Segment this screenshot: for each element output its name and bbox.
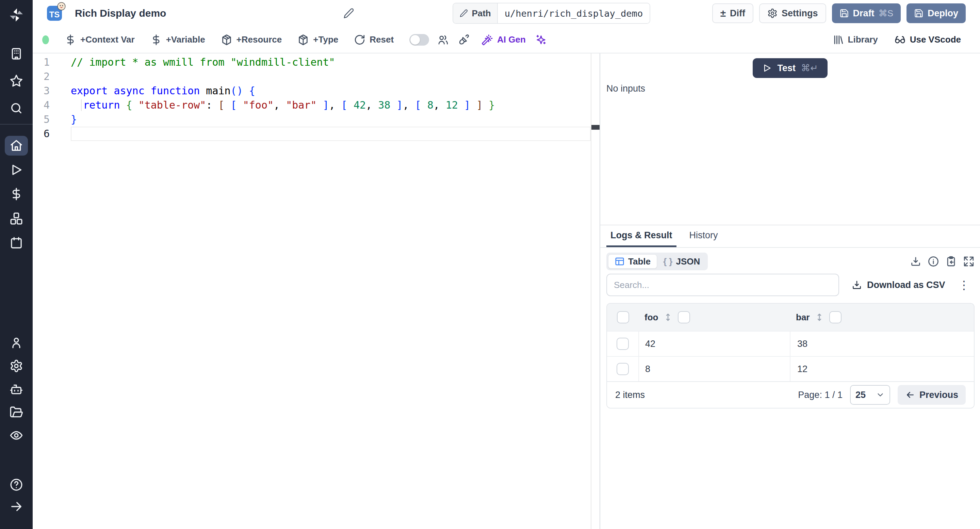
page-size-select[interactable]: 25 bbox=[850, 385, 890, 405]
test-shortcut: ⌘↵ bbox=[801, 63, 818, 73]
sidebar-item-workers-robot-icon[interactable] bbox=[6, 382, 27, 397]
reset-button[interactable]: Reset bbox=[354, 34, 394, 46]
paintbrush-icon[interactable] bbox=[458, 34, 470, 46]
sidebar-item-schedules-calendar-icon[interactable] bbox=[6, 235, 27, 250]
add-type-button[interactable]: +Type bbox=[298, 34, 338, 46]
code-line-row[interactable]: 4 return { "table-row": [ [ "foo", "bar"… bbox=[33, 98, 600, 112]
code-editor[interactable]: 1// import * as wmill from "windmill-cli… bbox=[33, 53, 600, 529]
select-all-checkbox[interactable] bbox=[617, 311, 629, 323]
logs-result-panel: Logs & Result History Table { } JSON bbox=[600, 225, 980, 529]
workspace-building-icon[interactable] bbox=[6, 46, 27, 61]
code-lines: 1// import * as wmill from "windmill-cli… bbox=[33, 53, 600, 141]
download-result-icon[interactable] bbox=[910, 256, 921, 267]
copy-to-clipboard-icon[interactable] bbox=[945, 256, 957, 267]
add-variable-button[interactable]: +Variable bbox=[150, 34, 205, 46]
sort-icon[interactable] bbox=[814, 312, 824, 322]
table-body: 4238812 bbox=[607, 331, 974, 381]
code-line-row[interactable]: 3export async function main() { bbox=[33, 84, 600, 98]
users-round-icon[interactable] bbox=[437, 34, 449, 46]
table-row[interactable]: 812 bbox=[607, 356, 974, 381]
path-label: Path bbox=[472, 8, 491, 19]
indent-guide bbox=[81, 99, 82, 111]
code-line[interactable] bbox=[71, 69, 591, 84]
edit-summary-pencil-icon[interactable] bbox=[343, 8, 355, 19]
info-icon[interactable] bbox=[928, 256, 939, 267]
row-checkbox[interactable] bbox=[617, 338, 629, 350]
sort-icon[interactable] bbox=[663, 312, 673, 322]
package-icon bbox=[298, 34, 309, 46]
glasses-icon bbox=[894, 34, 906, 46]
editor-scrollbar[interactable] bbox=[591, 53, 600, 529]
column-select-checkbox[interactable] bbox=[678, 311, 690, 323]
tab-logs-result[interactable]: Logs & Result bbox=[606, 225, 676, 247]
download-as-csv-button[interactable]: Download as CSV bbox=[851, 279, 945, 290]
face-emoji-badge bbox=[57, 2, 66, 12]
code-line-row[interactable]: 6 bbox=[33, 127, 600, 141]
code-line-row[interactable]: 2 bbox=[33, 69, 600, 84]
ai-gen-button[interactable]: AI Gen bbox=[482, 34, 526, 46]
test-button[interactable]: Test ⌘↵ bbox=[753, 58, 827, 78]
path-widget[interactable]: Path u/henri/rich_display_demo bbox=[453, 3, 650, 24]
code-line-row[interactable]: 5} bbox=[33, 112, 600, 127]
add-resource-button[interactable]: +Resource bbox=[221, 34, 282, 46]
sidebar-item-variables-dollar-icon[interactable] bbox=[6, 186, 27, 202]
code-line[interactable] bbox=[71, 127, 591, 141]
previous-page-button[interactable]: Previous bbox=[898, 385, 966, 405]
editor-toolbar: +Context Var +Variable +Resource +Type R… bbox=[33, 27, 980, 53]
table-row[interactable]: 4238 bbox=[607, 331, 974, 356]
code-line-row[interactable]: 1// import * as wmill from "windmill-cli… bbox=[33, 55, 600, 69]
pencil-icon bbox=[460, 9, 468, 18]
sidebar-item-home[interactable] bbox=[5, 136, 28, 156]
sidebar-item-audit-eye-icon[interactable] bbox=[6, 428, 27, 443]
scrollbar-cursor-marker bbox=[592, 125, 600, 130]
code-line[interactable]: // import * as wmill from "windmill-clie… bbox=[71, 55, 591, 69]
download-icon bbox=[851, 279, 862, 290]
view-json-button[interactable]: { } JSON bbox=[657, 254, 706, 269]
table-icon bbox=[614, 257, 625, 266]
code-line[interactable]: } bbox=[71, 112, 591, 127]
search-input[interactable] bbox=[606, 274, 839, 296]
package-icon bbox=[221, 34, 232, 46]
language-badge: TS bbox=[47, 6, 62, 21]
row-checkbox[interactable] bbox=[617, 363, 629, 375]
view-toggle: Table { } JSON bbox=[606, 253, 708, 270]
expand-fullscreen-icon[interactable] bbox=[963, 256, 975, 267]
library-button[interactable]: Library bbox=[832, 34, 878, 46]
code-line[interactable]: export async function main() { bbox=[71, 84, 591, 98]
sidebar-item-folders-icon[interactable] bbox=[6, 405, 27, 420]
row-checkbox-cell bbox=[607, 331, 639, 356]
multiplayer-toggle[interactable] bbox=[409, 34, 429, 46]
sidebar-item-runs-play-icon[interactable] bbox=[6, 163, 27, 177]
help-circle-icon[interactable] bbox=[6, 477, 27, 492]
sidebar-item-resources-boxes-icon[interactable] bbox=[6, 211, 27, 226]
use-vscode-button[interactable]: Use VScode bbox=[894, 34, 961, 46]
path-value[interactable]: u/henri/rich_display_demo bbox=[498, 3, 649, 23]
code-line[interactable]: return { "table-row": [ [ "foo", "bar" ]… bbox=[71, 98, 591, 112]
diff-button[interactable]: ± Diff bbox=[712, 3, 753, 23]
sparkles-icon[interactable] bbox=[535, 34, 547, 46]
kebab-menu-icon[interactable]: ⋮ bbox=[958, 279, 970, 291]
windmill-logo-icon[interactable] bbox=[6, 7, 27, 23]
paintbrush-icon bbox=[458, 34, 470, 46]
draft-button[interactable]: Draft ⌘S bbox=[832, 3, 901, 23]
row-checkbox-cell bbox=[607, 357, 639, 381]
sidebar-item-settings-gear-icon[interactable] bbox=[6, 359, 27, 373]
users-round-icon bbox=[437, 34, 449, 46]
column-select-checkbox[interactable] bbox=[829, 311, 842, 323]
tab-history[interactable]: History bbox=[685, 225, 722, 247]
no-inputs-label: No inputs bbox=[606, 83, 974, 94]
view-table-button[interactable]: Table bbox=[608, 254, 657, 269]
table-cell: 8 bbox=[639, 357, 791, 381]
add-context-var-button[interactable]: +Context Var bbox=[65, 34, 135, 46]
arrow-left-icon bbox=[905, 390, 915, 400]
column-label: bar bbox=[796, 312, 810, 323]
sparkles-icon bbox=[535, 34, 547, 46]
favorites-star-icon[interactable] bbox=[6, 73, 27, 88]
header-checkbox-cell bbox=[607, 304, 639, 331]
deploy-button[interactable]: Deploy bbox=[907, 3, 966, 23]
braces-icon: { } bbox=[663, 257, 672, 267]
expand-sidebar-arrow-icon[interactable] bbox=[6, 499, 27, 514]
sidebar-item-users-icon[interactable] bbox=[6, 335, 27, 350]
search-icon[interactable] bbox=[6, 101, 27, 116]
settings-button[interactable]: Settings bbox=[759, 3, 826, 23]
